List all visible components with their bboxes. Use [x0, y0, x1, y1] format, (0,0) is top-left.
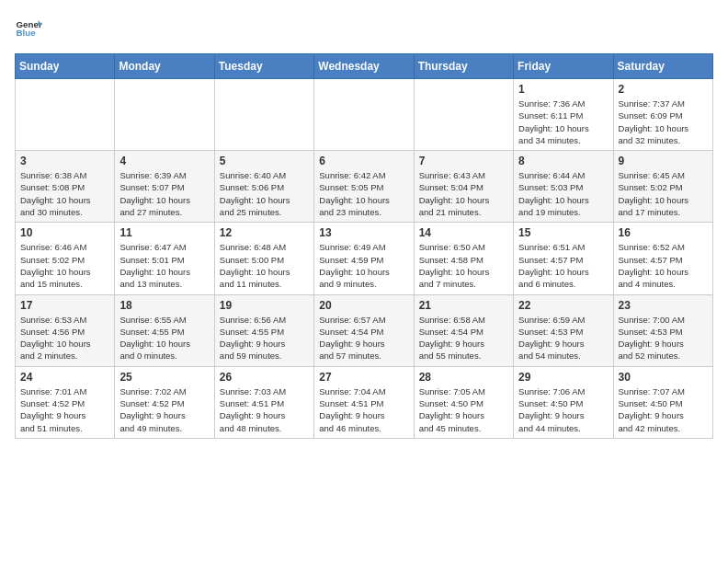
day-number: 6 — [319, 155, 408, 167]
calendar-cell: 15Sunrise: 6:51 AM Sunset: 4:57 PM Dayli… — [514, 223, 613, 294]
day-info: Sunrise: 7:05 AM Sunset: 4:50 PM Dayligh… — [419, 385, 508, 434]
day-number: 11 — [119, 226, 209, 239]
day-number: 19 — [220, 299, 309, 312]
calendar-cell: 3Sunrise: 6:38 AM Sunset: 5:08 PM Daylig… — [16, 151, 115, 223]
day-info: Sunrise: 6:49 AM Sunset: 4:59 PM Dayligh… — [319, 241, 408, 290]
day-number: 9 — [619, 155, 708, 167]
calendar-cell: 2Sunrise: 7:37 AM Sunset: 6:09 PM Daylig… — [613, 79, 712, 151]
day-number: 15 — [518, 226, 608, 239]
calendar-cell: 23Sunrise: 7:00 AM Sunset: 4:53 PM Dayli… — [613, 294, 712, 366]
calendar-cell: 21Sunrise: 6:58 AM Sunset: 4:54 PM Dayli… — [414, 294, 513, 366]
day-info: Sunrise: 6:39 AM Sunset: 5:07 PM Dayligh… — [119, 169, 209, 218]
day-info: Sunrise: 6:52 AM Sunset: 4:57 PM Dayligh… — [619, 241, 708, 290]
calendar-cell: 25Sunrise: 7:02 AM Sunset: 4:52 PM Dayli… — [115, 366, 214, 438]
day-info: Sunrise: 6:50 AM Sunset: 4:58 PM Dayligh… — [419, 241, 508, 290]
calendar-cell: 11Sunrise: 6:47 AM Sunset: 5:01 PM Dayli… — [115, 223, 214, 294]
day-number: 2 — [619, 83, 708, 96]
calendar-cell: 5Sunrise: 6:40 AM Sunset: 5:06 PM Daylig… — [214, 151, 313, 223]
weekday-header-saturday: Saturday — [613, 54, 712, 79]
week-row-3: 10Sunrise: 6:46 AM Sunset: 5:02 PM Dayli… — [16, 223, 713, 294]
day-info: Sunrise: 6:44 AM Sunset: 5:03 PM Dayligh… — [518, 169, 608, 218]
day-number: 12 — [220, 226, 309, 239]
svg-text:Blue: Blue — [17, 28, 37, 38]
calendar-cell: 12Sunrise: 6:48 AM Sunset: 5:00 PM Dayli… — [214, 223, 313, 294]
day-number: 26 — [220, 371, 309, 384]
day-info: Sunrise: 7:02 AM Sunset: 4:52 PM Dayligh… — [119, 385, 209, 434]
week-row-5: 24Sunrise: 7:01 AM Sunset: 4:52 PM Dayli… — [16, 366, 713, 438]
calendar-cell: 1Sunrise: 7:36 AM Sunset: 6:11 PM Daylig… — [514, 79, 613, 151]
calendar-cell: 7Sunrise: 6:43 AM Sunset: 5:04 PM Daylig… — [414, 151, 513, 223]
logo: General Blue — [15, 15, 46, 42]
day-number: 17 — [20, 299, 109, 312]
weekday-header-monday: Monday — [115, 54, 214, 79]
day-info: Sunrise: 6:56 AM Sunset: 4:55 PM Dayligh… — [220, 314, 309, 362]
calendar-cell: 29Sunrise: 7:06 AM Sunset: 4:50 PM Dayli… — [514, 366, 613, 438]
calendar-cell: 16Sunrise: 6:52 AM Sunset: 4:57 PM Dayli… — [613, 223, 712, 294]
page-header: General Blue — [15, 15, 713, 42]
day-info: Sunrise: 6:59 AM Sunset: 4:53 PM Dayligh… — [518, 314, 608, 362]
day-info: Sunrise: 6:55 AM Sunset: 4:55 PM Dayligh… — [119, 314, 209, 362]
day-number: 28 — [419, 371, 508, 384]
calendar-cell: 8Sunrise: 6:44 AM Sunset: 5:03 PM Daylig… — [514, 151, 613, 223]
weekday-header-friday: Friday — [514, 54, 613, 79]
day-info: Sunrise: 6:58 AM Sunset: 4:54 PM Dayligh… — [419, 314, 508, 362]
calendar: SundayMondayTuesdayWednesdayThursdayFrid… — [15, 53, 713, 439]
day-info: Sunrise: 6:47 AM Sunset: 5:01 PM Dayligh… — [119, 241, 209, 290]
day-number: 14 — [419, 226, 508, 239]
calendar-cell: 10Sunrise: 6:46 AM Sunset: 5:02 PM Dayli… — [16, 223, 115, 294]
calendar-cell: 17Sunrise: 6:53 AM Sunset: 4:56 PM Dayli… — [16, 294, 115, 366]
day-number: 3 — [20, 155, 109, 167]
calendar-cell: 4Sunrise: 6:39 AM Sunset: 5:07 PM Daylig… — [115, 151, 214, 223]
calendar-cell: 20Sunrise: 6:57 AM Sunset: 4:54 PM Dayli… — [314, 294, 414, 366]
day-number: 24 — [20, 371, 109, 384]
day-number: 7 — [419, 155, 508, 167]
calendar-body: 1Sunrise: 7:36 AM Sunset: 6:11 PM Daylig… — [16, 79, 713, 439]
day-info: Sunrise: 6:43 AM Sunset: 5:04 PM Dayligh… — [419, 169, 508, 218]
calendar-cell — [214, 79, 313, 151]
logo-icon: General Blue — [15, 15, 42, 42]
day-number: 23 — [619, 299, 708, 312]
weekday-header-sunday: Sunday — [16, 54, 115, 79]
day-number: 1 — [518, 83, 608, 96]
day-info: Sunrise: 7:07 AM Sunset: 4:50 PM Dayligh… — [619, 385, 708, 434]
calendar-cell: 6Sunrise: 6:42 AM Sunset: 5:05 PM Daylig… — [314, 151, 414, 223]
calendar-cell — [314, 79, 414, 151]
day-number: 4 — [119, 155, 209, 167]
calendar-cell: 26Sunrise: 7:03 AM Sunset: 4:51 PM Dayli… — [214, 366, 313, 438]
week-row-4: 17Sunrise: 6:53 AM Sunset: 4:56 PM Dayli… — [16, 294, 713, 366]
day-info: Sunrise: 6:51 AM Sunset: 4:57 PM Dayligh… — [518, 241, 608, 290]
day-number: 29 — [518, 371, 608, 384]
calendar-cell: 28Sunrise: 7:05 AM Sunset: 4:50 PM Dayli… — [414, 366, 513, 438]
day-info: Sunrise: 6:48 AM Sunset: 5:00 PM Dayligh… — [220, 241, 309, 290]
day-info: Sunrise: 6:38 AM Sunset: 5:08 PM Dayligh… — [20, 169, 109, 218]
day-info: Sunrise: 6:40 AM Sunset: 5:06 PM Dayligh… — [220, 169, 309, 218]
day-info: Sunrise: 7:36 AM Sunset: 6:11 PM Dayligh… — [518, 98, 608, 146]
day-number: 8 — [518, 155, 608, 167]
day-number: 21 — [419, 299, 508, 312]
day-number: 20 — [319, 299, 408, 312]
day-info: Sunrise: 6:53 AM Sunset: 4:56 PM Dayligh… — [20, 314, 109, 362]
calendar-cell: 13Sunrise: 6:49 AM Sunset: 4:59 PM Dayli… — [314, 223, 414, 294]
day-info: Sunrise: 7:00 AM Sunset: 4:53 PM Dayligh… — [619, 314, 708, 362]
calendar-cell: 22Sunrise: 6:59 AM Sunset: 4:53 PM Dayli… — [514, 294, 613, 366]
day-number: 10 — [20, 226, 109, 239]
calendar-cell — [16, 79, 115, 151]
day-number: 5 — [220, 155, 309, 167]
weekday-header-wednesday: Wednesday — [314, 54, 414, 79]
day-number: 25 — [119, 371, 209, 384]
week-row-2: 3Sunrise: 6:38 AM Sunset: 5:08 PM Daylig… — [16, 151, 713, 223]
weekday-header-thursday: Thursday — [414, 54, 513, 79]
day-info: Sunrise: 6:42 AM Sunset: 5:05 PM Dayligh… — [319, 169, 408, 218]
calendar-cell: 27Sunrise: 7:04 AM Sunset: 4:51 PM Dayli… — [314, 366, 414, 438]
day-info: Sunrise: 6:57 AM Sunset: 4:54 PM Dayligh… — [319, 314, 408, 362]
day-info: Sunrise: 6:46 AM Sunset: 5:02 PM Dayligh… — [20, 241, 109, 290]
weekday-header-row: SundayMondayTuesdayWednesdayThursdayFrid… — [16, 54, 713, 79]
calendar-cell: 14Sunrise: 6:50 AM Sunset: 4:58 PM Dayli… — [414, 223, 513, 294]
day-info: Sunrise: 7:04 AM Sunset: 4:51 PM Dayligh… — [319, 385, 408, 434]
calendar-cell: 24Sunrise: 7:01 AM Sunset: 4:52 PM Dayli… — [16, 366, 115, 438]
day-info: Sunrise: 6:45 AM Sunset: 5:02 PM Dayligh… — [619, 169, 708, 218]
week-row-1: 1Sunrise: 7:36 AM Sunset: 6:11 PM Daylig… — [16, 79, 713, 151]
day-number: 16 — [619, 226, 708, 239]
calendar-cell: 9Sunrise: 6:45 AM Sunset: 5:02 PM Daylig… — [613, 151, 712, 223]
calendar-cell: 19Sunrise: 6:56 AM Sunset: 4:55 PM Dayli… — [214, 294, 313, 366]
